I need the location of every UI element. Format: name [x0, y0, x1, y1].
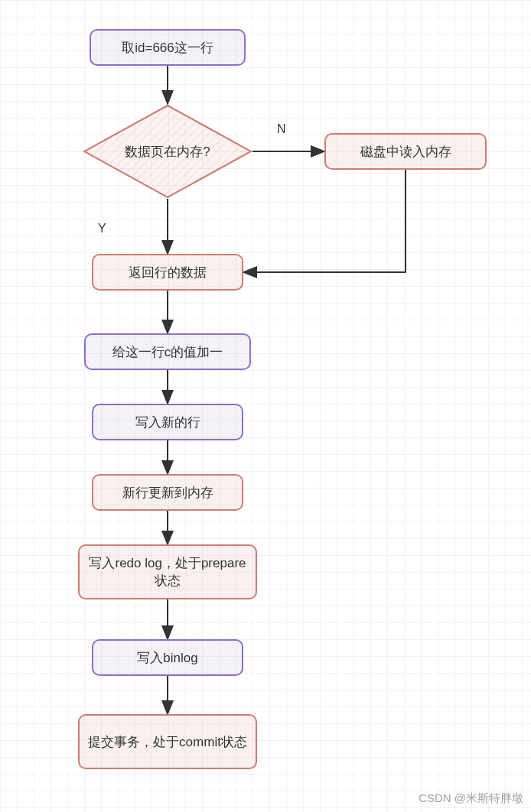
node-label: 新行更新到内存 [122, 484, 213, 502]
node-redo-log-prepare: 写入redo log，处于prepare状态 [78, 544, 257, 599]
node-read-from-disk: 磁盘中读入内存 [324, 133, 487, 170]
node-label: 磁盘中读入内存 [360, 143, 451, 161]
node-fetch-row: 取id=666这一行 [90, 29, 246, 66]
node-label: 提交事务，处于commit状态 [88, 733, 247, 751]
node-write-new-row: 写入新的行 [92, 404, 243, 440]
grid-background [0, 0, 531, 812]
node-commit-transaction: 提交事务，处于commit状态 [78, 714, 257, 769]
node-label: 写入redo log，处于prepare状态 [87, 554, 248, 590]
node-label: 返回行的数据 [129, 264, 207, 281]
node-label: 取id=666这一行 [122, 39, 213, 57]
label-no: N [277, 122, 286, 136]
node-label: 数据页在内存? [125, 143, 210, 161]
watermark: CSDN @米斯特胖墩 [419, 791, 523, 806]
node-decision-page-in-memory: 数据页在内存? [83, 104, 252, 199]
node-label: 写入binlog [137, 649, 197, 667]
node-write-binlog: 写入binlog [92, 639, 243, 676]
label-yes: Y [98, 222, 106, 235]
node-label: 写入新的行 [135, 414, 200, 431]
node-label: 给这一行c的值加一 [112, 343, 223, 361]
node-return-row-data: 返回行的数据 [92, 254, 243, 291]
node-update-memory: 新行更新到内存 [92, 474, 243, 511]
node-increment-c: 给这一行c的值加一 [84, 333, 251, 370]
